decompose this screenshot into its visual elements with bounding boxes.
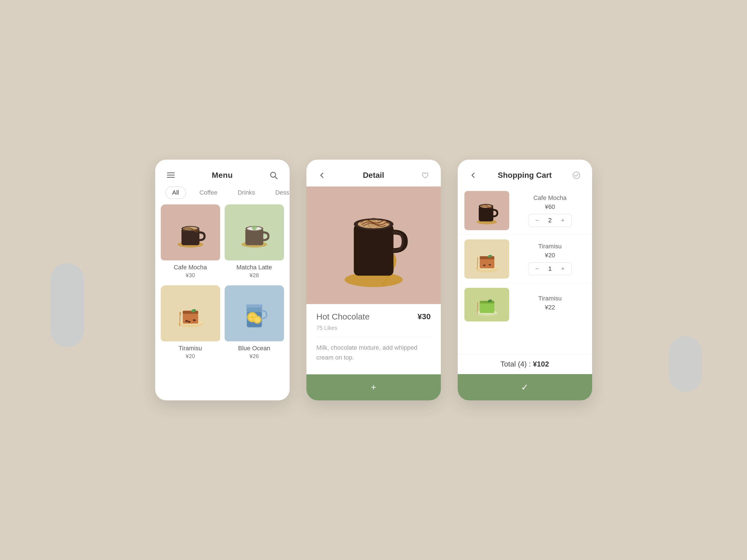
svg-rect-1 [167, 175, 175, 176]
qty-increase-cafe-mocha[interactable]: + [559, 216, 567, 224]
svg-point-43 [573, 172, 580, 179]
quantity-control-tiramisu-1: − 1 + [529, 262, 572, 275]
product-price-matcha-latte: ¥28 [227, 272, 282, 278]
product-name-tiramisu: Tiramisu [163, 345, 218, 352]
svg-point-35 [254, 317, 260, 323]
cart-screen: Shopping Cart [458, 160, 592, 400]
detail-title: Detail [363, 171, 384, 180]
cart-item-name-tiramisu-2: Tiramisu [515, 295, 585, 302]
svg-rect-0 [167, 172, 175, 173]
cart-item-name-tiramisu-1: Tiramisu [515, 243, 585, 250]
detail-header: Detail [306, 160, 441, 186]
cart-item-price-tiramisu-1: ¥20 [515, 252, 585, 259]
detail-divider [316, 337, 431, 337]
svg-rect-38 [354, 224, 393, 275]
decorative-shape-right [669, 336, 702, 392]
product-price-cafe-mocha: ¥30 [163, 272, 218, 278]
product-card-cafe-mocha[interactable]: Cafe Mocha ¥30 [161, 205, 220, 281]
detail-screen: Detail [306, 160, 441, 400]
tabs-row: All Coffee Drinks Dess [155, 186, 290, 205]
search-button[interactable] [268, 170, 279, 181]
product-image-cafe-mocha [161, 205, 220, 260]
products-grid: Cafe Mocha ¥30 [155, 205, 290, 367]
product-card-blue-ocean[interactable]: Blue Ocean ¥26 [225, 285, 284, 362]
product-name-matcha-latte: Matcha Latte [227, 264, 282, 271]
detail-add-to-cart-button[interactable]: + [306, 374, 441, 400]
product-image-tiramisu [161, 285, 220, 341]
cart-item-details-tiramisu-1: Tiramisu ¥20 − 1 + [515, 243, 585, 275]
svg-rect-51 [480, 256, 494, 259]
cart-item-price-tiramisu-2: ¥22 [515, 304, 585, 311]
product-price-blue-ocean: ¥26 [227, 353, 282, 359]
qty-increase-tiramisu-1[interactable]: + [559, 265, 567, 273]
product-card-matcha-latte[interactable]: Matcha Latte ¥28 [225, 205, 284, 281]
qty-value-cafe-mocha: 2 [547, 217, 553, 224]
cart-back-button[interactable] [468, 170, 479, 181]
cart-item-price-cafe-mocha: ¥60 [515, 203, 585, 211]
cart-item-image-tiramisu-2 [464, 288, 509, 321]
detail-item-price: ¥30 [418, 312, 431, 321]
product-info-blue-ocean: Blue Ocean ¥26 [225, 341, 284, 362]
product-name-cafe-mocha: Cafe Mocha [163, 264, 218, 271]
cart-item-details-tiramisu-2: Tiramisu ¥22 [515, 295, 585, 315]
cart-item-cafe-mocha: Cafe Mocha ¥60 − 2 + [458, 186, 592, 235]
svg-rect-2 [167, 177, 175, 178]
menu-screen: Menu All Coffee Drinks Dess [155, 160, 290, 400]
cart-total-amount: ¥102 [533, 360, 549, 368]
svg-rect-59 [480, 301, 494, 303]
plus-icon: + [371, 382, 376, 393]
cart-total-label: Total (4) : [500, 360, 533, 368]
menu-header: Menu [155, 160, 290, 186]
hamburger-menu-button[interactable] [165, 170, 177, 181]
cart-check-icon-button[interactable] [571, 170, 582, 181]
cart-item-image-cafe-mocha [464, 191, 509, 230]
cart-total-row: Total (4) : ¥102 [458, 354, 592, 374]
cart-item-image-tiramisu-1 [464, 239, 509, 278]
product-info-tiramisu: Tiramisu ¥20 [161, 341, 220, 362]
product-price-tiramisu: ¥20 [163, 353, 218, 359]
cart-item-tiramisu-1: Tiramisu ¥20 − 1 + [458, 235, 592, 283]
svg-rect-26 [246, 304, 263, 308]
qty-decrease-cafe-mocha[interactable]: − [533, 216, 541, 224]
product-image-matcha-latte [225, 205, 284, 260]
decorative-shape-left [50, 263, 84, 347]
svg-line-4 [275, 177, 277, 179]
cart-checkout-button[interactable]: ✓ [458, 374, 592, 400]
detail-info: Hot Chocolate ¥30 75 Likes Milk, chocola… [306, 304, 441, 374]
detail-heart-button[interactable] [419, 170, 431, 181]
quantity-control-cafe-mocha: − 2 + [529, 214, 572, 227]
detail-name-price-row: Hot Chocolate ¥30 [316, 312, 431, 321]
detail-back-button[interactable] [316, 170, 328, 181]
qty-value-tiramisu-1: 1 [547, 265, 553, 272]
page-background: Menu All Coffee Drinks Dess [0, 0, 747, 560]
tab-dessert[interactable]: Dess [268, 187, 290, 198]
product-name-blue-ocean: Blue Ocean [227, 345, 282, 352]
svg-rect-16 [183, 311, 198, 314]
detail-item-name: Hot Chocolate [316, 312, 370, 321]
product-info-matcha-latte: Matcha Latte ¥28 [225, 260, 284, 281]
cart-header: Shopping Cart [458, 160, 592, 186]
product-card-tiramisu[interactable]: Tiramisu ¥20 [161, 285, 220, 362]
tab-drinks[interactable]: Drinks [231, 187, 262, 198]
tab-coffee[interactable]: Coffee [193, 187, 224, 198]
detail-likes: 75 Likes [316, 325, 431, 331]
cart-item-name-cafe-mocha: Cafe Mocha [515, 194, 585, 202]
detail-hero-image [306, 186, 441, 304]
cart-item-tiramisu-2: Tiramisu ¥22 [458, 283, 592, 326]
cart-item-details-cafe-mocha: Cafe Mocha ¥60 − 2 + [515, 194, 585, 227]
detail-description: Milk, chocolate mixture, add whipped cre… [316, 343, 431, 362]
product-image-blue-ocean [225, 285, 284, 341]
screens-container: Menu All Coffee Drinks Dess [155, 137, 592, 423]
menu-title: Menu [212, 171, 233, 180]
cart-items-list: Cafe Mocha ¥60 − 2 + [458, 186, 592, 354]
checkout-checkmark-icon: ✓ [521, 382, 529, 393]
qty-decrease-tiramisu-1[interactable]: − [533, 265, 541, 273]
product-info-cafe-mocha: Cafe Mocha ¥30 [161, 260, 220, 281]
cart-title: Shopping Cart [498, 171, 552, 180]
tab-all[interactable]: All [165, 186, 186, 199]
